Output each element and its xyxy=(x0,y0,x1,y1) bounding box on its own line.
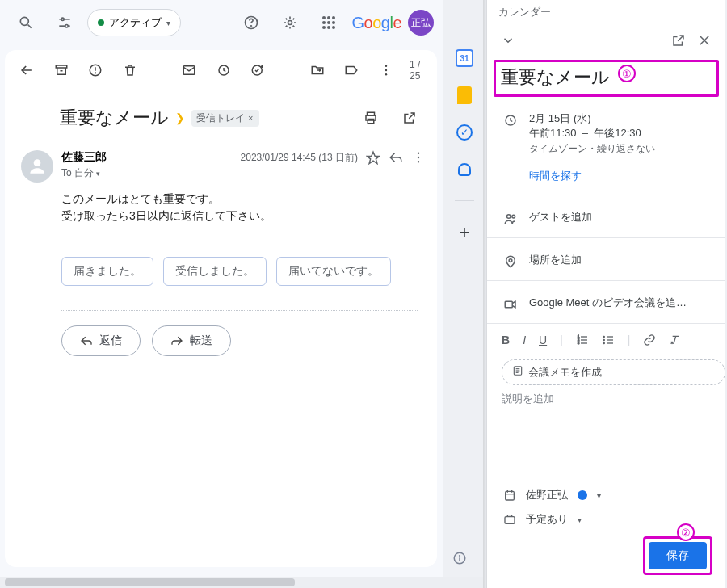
calendar-app-icon[interactable]: 31 xyxy=(455,48,474,68)
underline-icon[interactable]: U xyxy=(539,334,547,346)
availability-icon xyxy=(503,513,516,526)
calendar-owner-icon xyxy=(503,489,516,502)
description-input[interactable]: 説明を追加 xyxy=(502,392,714,464)
svg-rect-18 xyxy=(56,65,67,68)
archive-icon[interactable] xyxy=(51,54,73,86)
guests-icon xyxy=(503,212,519,226)
info-icon[interactable] xyxy=(452,551,467,565)
forward-button[interactable]: 転送 xyxy=(152,326,231,356)
mail-toolbar: 1 / 25 xyxy=(16,50,426,90)
sender-avatar xyxy=(21,150,53,183)
add-meet[interactable]: Google Meet のビデオ会議を追… xyxy=(529,296,712,312)
close-icon[interactable] xyxy=(691,27,717,53)
find-time-link[interactable]: 時間を探す xyxy=(529,169,712,183)
svg-point-11 xyxy=(332,16,335,19)
save-button[interactable]: 保存 xyxy=(649,542,707,569)
list-ul-icon[interactable] xyxy=(602,334,615,346)
annotation-2: ② xyxy=(677,523,695,541)
bold-icon[interactable]: B xyxy=(502,334,510,346)
apps-icon[interactable] xyxy=(313,6,345,39)
svg-point-0 xyxy=(20,17,28,25)
importance-icon[interactable]: ❯ xyxy=(175,111,185,124)
horizontal-scrollbar[interactable] xyxy=(0,577,483,588)
star-icon[interactable] xyxy=(366,150,380,165)
format-toolbar: B I U | 123 | xyxy=(487,327,725,353)
email-subject: 重要なメール xyxy=(60,106,169,130)
event-time[interactable]: 午前11:30 – 午後12:30 xyxy=(529,126,712,141)
status-label: アクティブ xyxy=(109,15,162,30)
svg-point-5 xyxy=(65,25,68,27)
event-date[interactable]: 2月 15日 (水) xyxy=(529,111,712,126)
link-icon[interactable] xyxy=(643,334,656,346)
print-icon[interactable] xyxy=(355,102,387,134)
email-body: このメールはとても重要です。 受け取ったら3日以内に返信して下さい。 xyxy=(61,191,426,225)
svg-point-31 xyxy=(34,159,41,166)
svg-point-4 xyxy=(61,18,64,20)
create-memo-chip[interactable]: 会議メモを作成 xyxy=(502,359,725,385)
reply-button[interactable]: 返信 xyxy=(61,326,141,356)
svg-point-57 xyxy=(603,342,604,343)
svg-text:3: 3 xyxy=(578,341,580,345)
label-icon[interactable] xyxy=(341,54,363,86)
svg-point-13 xyxy=(327,21,330,24)
more-icon[interactable] xyxy=(375,54,397,86)
delete-icon[interactable] xyxy=(120,54,141,86)
svg-point-21 xyxy=(95,73,96,74)
unread-icon[interactable] xyxy=(179,54,200,86)
inbox-label[interactable]: 受信トレイ× xyxy=(191,110,259,127)
svg-point-15 xyxy=(322,26,326,29)
svg-rect-45 xyxy=(505,301,512,308)
smart-reply-3[interactable]: 届いてないです。 xyxy=(276,257,391,286)
tasks-app-icon[interactable]: ✓ xyxy=(455,123,474,142)
add-app-icon[interactable]: ＋ xyxy=(455,222,474,242)
add-guests[interactable]: ゲストを追加 xyxy=(529,210,712,226)
collapse-icon[interactable] xyxy=(495,27,521,53)
svg-point-43 xyxy=(512,215,515,218)
open-external-icon[interactable] xyxy=(666,27,691,53)
annotation-1: ① xyxy=(618,65,636,82)
italic-icon[interactable]: I xyxy=(523,334,526,346)
svg-point-56 xyxy=(603,339,604,340)
svg-line-1 xyxy=(28,25,32,28)
calendar-owner[interactable]: 佐野正弘 xyxy=(526,488,568,502)
list-ol-icon[interactable]: 123 xyxy=(576,334,589,346)
email-date: 2023/01/29 14:45 (13 日前) xyxy=(241,151,358,165)
search-icon[interactable] xyxy=(10,6,42,39)
tune-icon[interactable] xyxy=(48,6,81,39)
reply-icon[interactable] xyxy=(389,150,403,165)
avatar[interactable]: 正弘 xyxy=(408,10,434,36)
move-icon[interactable] xyxy=(306,54,328,86)
svg-point-10 xyxy=(327,16,330,19)
calendar-title: カレンダー xyxy=(487,0,725,26)
separator xyxy=(61,310,418,311)
svg-point-16 xyxy=(327,26,330,29)
svg-point-25 xyxy=(385,65,387,67)
svg-point-55 xyxy=(603,336,604,337)
svg-point-44 xyxy=(509,259,512,262)
svg-rect-62 xyxy=(506,491,515,500)
smart-reply-2[interactable]: 受信しました。 xyxy=(163,257,267,286)
status-chip[interactable]: アクティブ ▾ xyxy=(87,9,181,36)
gear-icon[interactable] xyxy=(274,6,306,39)
spam-icon[interactable] xyxy=(85,54,107,86)
msg-more-icon[interactable] xyxy=(411,150,426,165)
svg-point-8 xyxy=(288,21,292,25)
popout-icon[interactable] xyxy=(393,102,426,134)
svg-rect-66 xyxy=(505,517,515,524)
to-line[interactable]: To 自分 ▾ xyxy=(61,166,107,180)
snooze-icon[interactable] xyxy=(213,54,235,86)
back-icon[interactable] xyxy=(16,54,38,86)
clear-format-icon[interactable] xyxy=(669,334,682,346)
tz-repeat[interactable]: タイムゾーン・繰り返さない xyxy=(529,142,712,156)
help-icon[interactable] xyxy=(235,6,267,39)
task-add-icon[interactable] xyxy=(247,54,269,86)
add-location[interactable]: 場所を追加 xyxy=(529,253,712,269)
smart-reply-1[interactable]: 届きました。 xyxy=(61,257,153,286)
svg-point-7 xyxy=(251,26,252,27)
keep-app-icon[interactable] xyxy=(455,86,474,105)
page-count: 1 / 25 xyxy=(410,59,426,82)
event-title-input[interactable]: 重要なメール xyxy=(494,60,719,97)
availability[interactable]: 予定あり xyxy=(526,512,568,527)
contacts-app-icon[interactable] xyxy=(455,160,474,179)
svg-point-14 xyxy=(332,21,335,24)
